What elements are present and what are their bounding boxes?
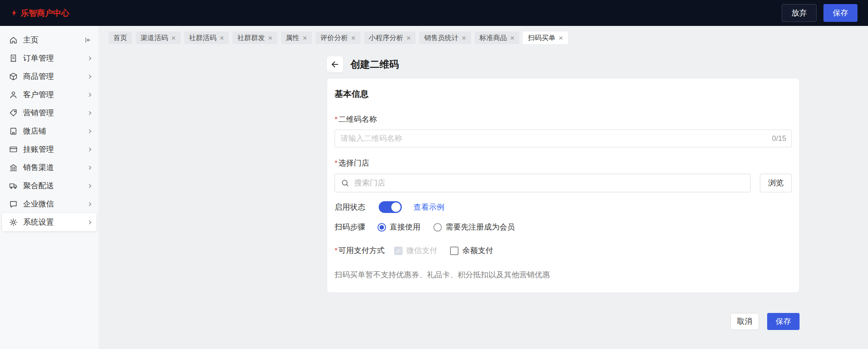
delivery-icon xyxy=(9,181,18,190)
enable-status-label: 启用状态 xyxy=(335,202,365,213)
marketing-icon xyxy=(9,109,18,117)
radio-checked-icon[interactable] xyxy=(377,223,386,232)
checkbox-option-label: 余额支付 xyxy=(462,245,493,256)
sidebar-item-customers[interactable]: 客户管理 › xyxy=(0,85,98,104)
toggle-knob xyxy=(391,202,401,212)
tab-community-code[interactable]: 社群活码 × xyxy=(184,32,229,44)
chevron-right-icon: › xyxy=(88,145,92,154)
sidebar-item-marketing[interactable]: 营销管理 › xyxy=(0,104,98,122)
chevron-right-icon: › xyxy=(88,217,92,227)
radio-option-direct-use[interactable]: 直接使用 xyxy=(377,222,420,232)
sidebar-item-label: 营销管理 xyxy=(23,108,83,118)
tab-close-icon[interactable]: × xyxy=(351,34,356,42)
radio-option-register-first[interactable]: 需要先注册成为会员 xyxy=(433,222,515,232)
channel-icon xyxy=(9,163,18,172)
payment-methods-row: * 可用支付方式 ✓ 微信支付 余额支付 xyxy=(335,245,792,256)
tab-close-icon[interactable]: × xyxy=(462,34,466,42)
chevron-right-icon: › xyxy=(88,53,92,63)
order-icon xyxy=(9,54,18,63)
tab-label: 小程序分析 xyxy=(369,33,403,43)
radio-option-label: 需要先注册成为会员 xyxy=(446,222,515,232)
tab-channel-code[interactable]: 渠道活码 × xyxy=(136,32,181,44)
qr-name-label-text: 二维码名称 xyxy=(338,114,377,125)
customer-icon xyxy=(9,90,18,99)
sidebar-item-orders[interactable]: 订单管理 › xyxy=(0,49,98,67)
radio-option-label: 直接使用 xyxy=(390,222,420,232)
required-asterisk: * xyxy=(335,246,337,255)
page-head: 创建二维码 xyxy=(327,56,800,72)
tab-community-broadcast[interactable]: 社群群发 × xyxy=(232,32,277,44)
topbar: 乐智商户中心 放弃 保存 xyxy=(0,0,868,26)
chevron-right-icon: › xyxy=(88,90,92,99)
tab-label: 评价分析 xyxy=(320,33,348,43)
tab-label: 标准商品 xyxy=(480,33,507,43)
enable-status-row: 启用状态 查看示例 xyxy=(335,201,792,213)
sidebar-item-credit[interactable]: 挂账管理 › xyxy=(0,140,98,158)
tab-close-icon[interactable]: × xyxy=(220,34,224,42)
tab-label: 社群群发 xyxy=(237,33,265,43)
scan-steps-label: 扫码步骤 xyxy=(335,222,365,232)
tab-close-icon[interactable]: × xyxy=(407,34,411,42)
sidebar-item-wecom[interactable]: 企业微信 › xyxy=(0,195,98,213)
brand: 乐智商户中心 xyxy=(11,8,69,19)
save-button-top[interactable]: 保存 xyxy=(823,4,857,22)
section-title: 基本信息 xyxy=(335,88,792,100)
sidebar-item-products[interactable]: 商品管理 › xyxy=(0,67,98,85)
payment-label: * 可用支付方式 xyxy=(335,245,384,256)
sidebar-item-label: 聚合配送 xyxy=(23,181,83,191)
chevron-right-icon: › xyxy=(88,163,92,172)
chevron-right-icon: › xyxy=(88,108,92,117)
tab-scan-pay[interactable]: 扫码买单 × xyxy=(523,32,568,44)
view-example-link[interactable]: 查看示例 xyxy=(414,202,444,213)
credit-icon xyxy=(9,145,18,154)
tab-review-analysis[interactable]: 评价分析 × xyxy=(316,32,360,44)
sidebar-item-home[interactable]: 主页 xyxy=(0,31,98,49)
tab-close-icon[interactable]: × xyxy=(559,34,563,42)
enable-status-toggle[interactable] xyxy=(379,201,402,213)
topbar-actions: 放弃 保存 xyxy=(782,4,857,22)
store-label-text: 选择门店 xyxy=(338,158,369,168)
store-search-input[interactable] xyxy=(335,174,751,192)
sidebar: 主页 订单管理 › 商品管理 › 客户管理 › xyxy=(0,26,98,349)
radio-unchecked-icon[interactable] xyxy=(433,223,442,232)
qr-name-input[interactable] xyxy=(335,130,792,147)
tab-close-icon[interactable]: × xyxy=(510,34,515,42)
gear-icon xyxy=(9,218,18,227)
main-area: 首页 渠道活码 × 社群活码 × 社群群发 × 属性 × 评价分析 × xyxy=(98,26,868,349)
tab-close-icon[interactable]: × xyxy=(171,34,176,42)
sidebar-item-label: 微店铺 xyxy=(23,126,83,136)
search-icon xyxy=(341,179,350,187)
tab-salesperson-stats[interactable]: 销售员统计 × xyxy=(419,32,471,44)
char-counter: 0/15 xyxy=(772,134,786,143)
tab-bar: 首页 渠道活码 × 社群活码 × 社群群发 × 属性 × 评价分析 × xyxy=(98,26,868,44)
browse-button[interactable]: 浏览 xyxy=(760,174,792,192)
discard-button[interactable]: 放弃 xyxy=(782,4,817,22)
tab-close-icon[interactable]: × xyxy=(268,34,273,42)
cancel-button[interactable]: 取消 xyxy=(730,313,759,330)
chevron-right-icon: › xyxy=(88,181,92,190)
back-button[interactable] xyxy=(327,56,343,72)
tab-miniprogram-analysis[interactable]: 小程序分析 × xyxy=(364,32,416,44)
page-title: 创建二维码 xyxy=(350,58,399,71)
sidebar-item-sales-channels[interactable]: 销售渠道 › xyxy=(0,158,98,177)
tab-close-icon[interactable]: × xyxy=(303,34,307,42)
tab-attributes[interactable]: 属性 × xyxy=(281,32,312,44)
collapse-sidebar-icon[interactable] xyxy=(84,36,92,44)
checkbox-unchecked-icon[interactable] xyxy=(450,247,459,255)
back-arrow-icon xyxy=(330,60,340,69)
chevron-right-icon: › xyxy=(88,72,92,81)
tab-standard-product[interactable]: 标准商品 × xyxy=(475,32,520,44)
save-button[interactable]: 保存 xyxy=(767,313,800,330)
shop-icon xyxy=(9,127,18,136)
sidebar-item-settings[interactable]: 系统设置 › xyxy=(2,213,96,231)
checkbox-option-balance-pay[interactable]: 余额支付 xyxy=(450,245,493,256)
tab-label: 社群活码 xyxy=(189,33,217,43)
tab-label: 属性 xyxy=(286,33,300,43)
sidebar-item-microshop[interactable]: 微店铺 › xyxy=(0,122,98,140)
payment-label-text: 可用支付方式 xyxy=(338,245,384,256)
store-field: 浏览 xyxy=(335,174,792,192)
sidebar-item-delivery[interactable]: 聚合配送 › xyxy=(0,177,98,195)
basic-info-card: 基本信息 * 二维码名称 0/15 * 选择门店 xyxy=(327,78,800,293)
tab-home[interactable]: 首页 xyxy=(109,32,132,44)
sidebar-item-label: 订单管理 xyxy=(23,53,83,64)
